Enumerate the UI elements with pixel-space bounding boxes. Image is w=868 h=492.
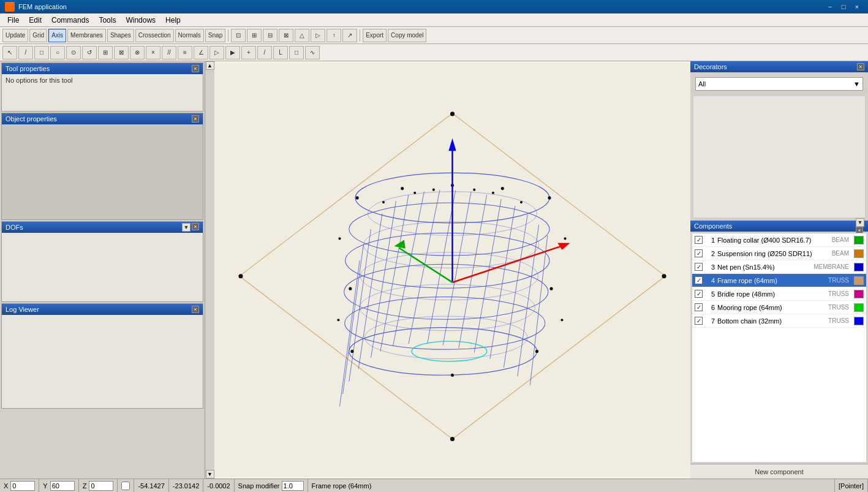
scroll-down[interactable]: ▼ bbox=[206, 470, 214, 479]
tb2-angle[interactable]: ∠ bbox=[194, 46, 208, 59]
components-chevron[interactable]: ▼ bbox=[856, 218, 864, 227]
tb2-grid[interactable]: ⊞ bbox=[98, 46, 113, 59]
tb2-line[interactable]: / bbox=[18, 46, 33, 59]
btn-shapes[interactable]: Shapes bbox=[107, 29, 134, 42]
minimize-button[interactable]: − bbox=[824, 2, 836, 12]
decorators-close[interactable]: × bbox=[857, 63, 864, 70]
btn-cam4[interactable]: ⊠ bbox=[279, 29, 293, 42]
list-item[interactable]: ✓7Bottom chain (32mm)TRUSS bbox=[692, 314, 866, 328]
tb2-l[interactable]: L bbox=[273, 46, 288, 59]
status-z-field: Z bbox=[79, 479, 118, 492]
dofs-content bbox=[2, 233, 203, 301]
btn-normals[interactable]: Normals bbox=[175, 29, 204, 42]
tool-properties-panel: Tool properties × No options for this to… bbox=[1, 62, 203, 112]
btn-cam1[interactable]: ⊡ bbox=[231, 29, 246, 42]
component-number: 6 bbox=[705, 304, 715, 311]
btn-axis[interactable]: Axis bbox=[48, 29, 66, 42]
dofs-close[interactable]: × bbox=[192, 223, 199, 230]
maximize-button[interactable]: □ bbox=[837, 2, 850, 12]
tb2-cross[interactable]: × bbox=[146, 46, 160, 59]
tb2-par[interactable]: // bbox=[162, 46, 176, 59]
canvas-area[interactable] bbox=[214, 61, 690, 479]
status-checkbox[interactable] bbox=[121, 482, 130, 490]
tb2-tri[interactable]: ▷ bbox=[209, 46, 224, 59]
tb2-fill[interactable]: ▶ bbox=[225, 46, 240, 59]
btn-cam6[interactable]: ▷ bbox=[311, 29, 325, 42]
dofs-panel: DOFs ▼ × bbox=[1, 221, 203, 302]
component-checkbox[interactable]: ✓ bbox=[695, 303, 703, 311]
tb2-plus[interactable]: + bbox=[241, 46, 256, 59]
menu-help[interactable]: Help bbox=[160, 15, 186, 26]
tb2-eq[interactable]: ≡ bbox=[178, 46, 192, 59]
log-viewer-close[interactable]: × bbox=[192, 306, 199, 313]
component-checkbox[interactable]: ✓ bbox=[695, 263, 703, 271]
left-scrollbar[interactable]: ▲ ▼ bbox=[205, 61, 214, 479]
tb2-rotate[interactable]: ↺ bbox=[82, 46, 97, 59]
decorators-content bbox=[693, 96, 866, 218]
list-item[interactable]: ✓2Suspension ring (Ø250 SDR11)BEAM bbox=[692, 247, 866, 260]
list-item[interactable]: ✓1Floating collar (Ø400 SDR16.7)BEAM bbox=[692, 233, 866, 247]
toolbar1: Update Grid Axis Membranes Shapes Crosse… bbox=[0, 27, 868, 44]
component-checkbox[interactable]: ✓ bbox=[695, 317, 703, 325]
dofs-chevron[interactable]: ▼ bbox=[182, 223, 191, 232]
component-checkbox[interactable]: ✓ bbox=[695, 249, 703, 257]
svg-point-38 bbox=[451, 374, 454, 377]
tool-properties-header: Tool properties × bbox=[2, 63, 203, 74]
btn-snap[interactable]: Snap bbox=[205, 29, 225, 42]
component-type: TRUSS bbox=[828, 290, 849, 297]
component-color-swatch bbox=[854, 303, 864, 312]
component-number: 5 bbox=[705, 290, 715, 298]
app-icon bbox=[5, 2, 15, 12]
list-item[interactable]: ✓3Net pen (Sn15.4%)MEMBRANE bbox=[692, 260, 866, 274]
z-input[interactable] bbox=[89, 481, 113, 491]
btn-cam3[interactable]: ⊟ bbox=[263, 29, 277, 42]
snap-modifier-input[interactable] bbox=[282, 481, 304, 491]
x-input[interactable] bbox=[10, 481, 35, 491]
tb2-sq2[interactable]: □ bbox=[289, 46, 304, 59]
btn-membranes[interactable]: Membranes bbox=[67, 29, 106, 42]
status-checkbox-field bbox=[118, 479, 134, 492]
svg-point-39 bbox=[564, 237, 566, 240]
svg-point-32 bbox=[401, 187, 404, 190]
btn-cam5[interactable]: △ bbox=[295, 29, 309, 42]
menu-commands[interactable]: Commands bbox=[47, 15, 94, 26]
tb2-select[interactable]: ↖ bbox=[2, 46, 17, 59]
list-item[interactable]: ✓4Frame rope (64mm)TRUSS bbox=[692, 274, 866, 287]
list-item[interactable]: ✓5Bridle rope (48mm)TRUSS bbox=[692, 287, 866, 301]
tb2-circle[interactable]: ○ bbox=[50, 46, 65, 59]
btn-cam2[interactable]: ⊞ bbox=[247, 29, 262, 42]
tool-properties-close[interactable]: × bbox=[192, 65, 199, 72]
menu-edit[interactable]: Edit bbox=[24, 15, 47, 26]
btn-cam8[interactable]: ↗ bbox=[342, 29, 357, 42]
tb2-slash[interactable]: / bbox=[257, 46, 272, 59]
btn-cam7[interactable]: ↑ bbox=[326, 29, 341, 42]
components-title: Components bbox=[694, 222, 732, 230]
tb2-mesh[interactable]: ⊠ bbox=[114, 46, 129, 59]
tool-properties-title: Tool properties bbox=[6, 65, 50, 72]
component-checkbox[interactable]: ✓ bbox=[695, 276, 703, 284]
btn-copy-model[interactable]: Copy model bbox=[388, 29, 426, 42]
close-button[interactable]: × bbox=[851, 2, 863, 12]
y-input[interactable] bbox=[50, 481, 75, 491]
btn-update[interactable]: Update bbox=[2, 29, 28, 42]
tb2-delete[interactable]: ⊗ bbox=[130, 46, 145, 59]
component-checkbox[interactable]: ✓ bbox=[695, 290, 703, 298]
component-checkbox[interactable]: ✓ bbox=[695, 236, 703, 244]
menu-windows[interactable]: Windows bbox=[121, 15, 160, 26]
tb2-wave[interactable]: ∿ bbox=[305, 46, 320, 59]
status-coord3: -0.0002 bbox=[203, 479, 234, 492]
new-component-button[interactable]: New component bbox=[690, 464, 868, 479]
component-type: BEAM bbox=[832, 237, 849, 243]
scroll-up[interactable]: ▲ bbox=[206, 61, 214, 70]
tb2-rect[interactable]: □ bbox=[34, 46, 49, 59]
decorators-dropdown[interactable]: All ▼ bbox=[695, 77, 863, 91]
menu-file[interactable]: File bbox=[2, 15, 24, 26]
object-properties-close[interactable]: × bbox=[192, 115, 199, 123]
menu-tools[interactable]: Tools bbox=[94, 15, 121, 26]
btn-crossection[interactable]: Crossection bbox=[135, 29, 174, 42]
btn-grid[interactable]: Grid bbox=[29, 29, 47, 42]
component-name: Net pen (Sn15.4%) bbox=[717, 263, 811, 271]
btn-export[interactable]: Export bbox=[363, 29, 387, 42]
tb2-arc[interactable]: ⊙ bbox=[66, 46, 81, 59]
list-item[interactable]: ✓6Mooring rope (64mm)TRUSS bbox=[692, 301, 866, 314]
